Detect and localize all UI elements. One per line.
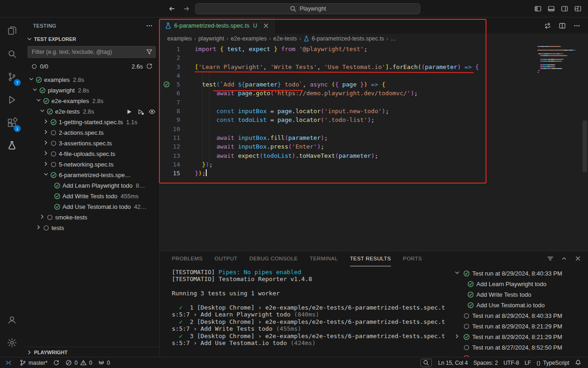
tree-row[interactable]: smoke-tests [24, 212, 159, 223]
close-tab-icon[interactable] [262, 22, 270, 29]
gutter-test-pass-icon[interactable] [163, 81, 170, 88]
tree-row[interactable]: tests [24, 223, 159, 233]
code-line[interactable]: 6 await page.goto('https://demo.playwrig… [160, 89, 588, 98]
tree-row[interactable]: 6-parametrized-tests.spec.ts [24, 170, 159, 180]
test-output-log[interactable]: [TESTOMATIO] Pipes: No pipes enabled[TES… [172, 269, 446, 346]
toggle-secondary-sidebar-icon[interactable] [561, 5, 568, 12]
test-filter-input[interactable] [28, 46, 156, 58]
go-to-test-icon[interactable] [148, 108, 156, 115]
activity-item-settings[interactable] [1, 331, 23, 354]
breadcrumb-item[interactable]: 6-parametrized-tests.spec.ts [303, 35, 384, 42]
maximize-panel-icon[interactable] [560, 255, 568, 262]
activity-item-account[interactable] [1, 308, 23, 331]
code-line[interactable]: 10 [160, 125, 588, 133]
result-row[interactable]: Test run at 8/29/2024, 8:21:29 PM [452, 321, 586, 332]
result-row[interactable]: Test run at 8/27/2024, 8:52:50 PM [452, 342, 586, 353]
editor-tab[interactable]: 6-parametrized-tests.spec.ts U [160, 17, 275, 34]
code-line[interactable]: 3['Learn Playwright', 'Write Tests', 'Us… [160, 63, 588, 71]
breadcrumb-item[interactable]: e2e-examples [231, 35, 267, 42]
breadcrumb-item[interactable]: … [390, 35, 396, 42]
panel-tab-debug-console[interactable]: DEBUG CONSOLE [249, 251, 298, 266]
panel-tab-ports[interactable]: PORTS [403, 251, 422, 266]
code-line[interactable]: 14 }); [160, 160, 588, 169]
forward-icon[interactable] [183, 5, 190, 12]
tree-row[interactable]: Add Use Testomat.io todo42… [24, 201, 159, 212]
tree-row[interactable]: 1-getting-started.spec.ts1.1s [24, 117, 159, 127]
panel-tab-test-results[interactable]: TEST RESULTS [350, 251, 391, 266]
tree-row[interactable]: 2-actions.spec.ts [24, 127, 159, 138]
code-line[interactable]: 5 test(`Add ${parameter} todo`, async ({… [160, 80, 588, 89]
tree-row[interactable]: 4-file-uploads.spec.ts [24, 149, 159, 159]
notifications-bell[interactable] [572, 357, 584, 368]
result-row[interactable]: Test run at 8/29/2024, 8:40:33 PM [452, 268, 586, 279]
code-line[interactable]: 12 await inputBox.press('Enter'); [160, 142, 588, 151]
code-line[interactable]: 7 [160, 98, 588, 107]
panel-tab-output[interactable]: OUTPUT [215, 251, 237, 266]
code-line[interactable]: 1import { test, expect } from '@playwrig… [160, 45, 588, 53]
code-line[interactable]: 15}); [160, 169, 588, 178]
git-branch-status[interactable]: master* [17, 357, 50, 368]
panel-tab-terminal[interactable]: TERMINAL [310, 251, 338, 266]
tree-row[interactable]: Add Write Tests todo455ms [24, 191, 159, 201]
split-editor-icon[interactable] [559, 22, 566, 29]
breadcrumb-item[interactable]: playwright [198, 35, 224, 42]
output-filter-icon[interactable] [547, 255, 554, 262]
editor-scrollbar[interactable] [582, 121, 587, 172]
result-row[interactable]: Test run at 8/29/2024, 8:21:29 PM [452, 332, 586, 342]
tree-row[interactable]: Add Learn Playwright todo8… [24, 180, 159, 191]
tree-row[interactable]: playwright2.8s [24, 85, 159, 96]
tree-row[interactable]: examples2.8s [24, 75, 159, 85]
playwright-section-header[interactable]: PLAYWRIGHT [24, 347, 159, 357]
open-changes-icon[interactable] [544, 22, 551, 29]
result-row[interactable]: Add Learn Playwright todo [452, 279, 586, 289]
activity-item-extensions[interactable]: 1 [1, 111, 23, 134]
result-row[interactable]: Test run at 8/29/2024, 8:40:33 PM [452, 310, 586, 321]
remote-indicator[interactable] [0, 357, 17, 368]
result-row[interactable]: Add Write Tests todo [452, 289, 586, 300]
panel-tab-problems[interactable]: PROBLEMS [172, 251, 203, 266]
command-center-search[interactable]: Playwright [195, 3, 420, 14]
code-line[interactable]: 11 await inputBox.fill(parameter); [160, 133, 588, 142]
code-line[interactable]: 13 await expect(todoList).toHaveText(par… [160, 151, 588, 160]
back-icon[interactable] [168, 5, 175, 12]
result-row[interactable] [452, 353, 586, 357]
cursor-position-status[interactable]: Ln 15, Col 4 [435, 357, 471, 368]
breadcrumb-item[interactable]: examples [167, 35, 192, 42]
breadcrumb-item[interactable]: e2e-tests [273, 35, 297, 42]
toggle-sidebar-icon[interactable] [534, 5, 542, 12]
forwarded-ports-status[interactable]: 0 [95, 357, 113, 368]
tree-row[interactable]: 5-networking.spec.ts [24, 159, 159, 170]
editor-more-actions-icon[interactable] [573, 22, 581, 29]
tree-row[interactable]: e2e-examples2.8s [24, 96, 159, 106]
activity-item-source-control[interactable]: 7 [1, 65, 23, 88]
close-panel-icon[interactable] [574, 255, 582, 262]
problems-status[interactable]: 0 0 [62, 357, 95, 368]
sidebar-more-actions-icon[interactable] [146, 22, 153, 29]
tree-row[interactable]: e2e-tests2.8s [24, 106, 159, 117]
indentation-status[interactable]: Spaces: 2 [471, 357, 501, 368]
activity-item-testing[interactable] [1, 134, 23, 157]
activity-item-explorer[interactable] [1, 19, 23, 42]
sync-changes-button[interactable] [50, 357, 62, 368]
eol-status[interactable]: LF [522, 357, 534, 368]
refresh-tests-icon[interactable] [146, 63, 153, 70]
test-explorer-section-header[interactable]: TEST EXPLORER [24, 34, 159, 44]
activity-item-search[interactable] [1, 42, 23, 65]
encoding-status[interactable]: UTF-8 [501, 357, 522, 368]
result-row[interactable]: Add Use Testomat.io todo [452, 300, 586, 310]
activity-item-run-debug[interactable] [1, 88, 23, 111]
code-line[interactable]: 8 const inputBox = page.locator('input.n… [160, 107, 588, 115]
debug-test-icon[interactable] [137, 108, 144, 115]
tree-row[interactable]: 3-assertions.spec.ts [24, 138, 159, 149]
zoom-indicator[interactable] [420, 359, 432, 367]
filter-icon[interactable] [146, 48, 153, 56]
minimap[interactable] [537, 46, 580, 74]
toggle-panel-icon[interactable] [548, 5, 555, 12]
customize-layout-icon[interactable] [574, 5, 582, 12]
code-line[interactable]: 9 const todoList = page.locator('.todo-l… [160, 115, 588, 124]
run-test-icon[interactable] [125, 108, 133, 115]
code-line[interactable]: 4 [160, 71, 588, 80]
language-mode-status[interactable]: {} TypeScript [534, 357, 572, 368]
code-line[interactable]: 2 [160, 53, 588, 62]
breadcrumbs[interactable]: examples›playwright›e2e-examples›e2e-tes… [160, 34, 588, 44]
